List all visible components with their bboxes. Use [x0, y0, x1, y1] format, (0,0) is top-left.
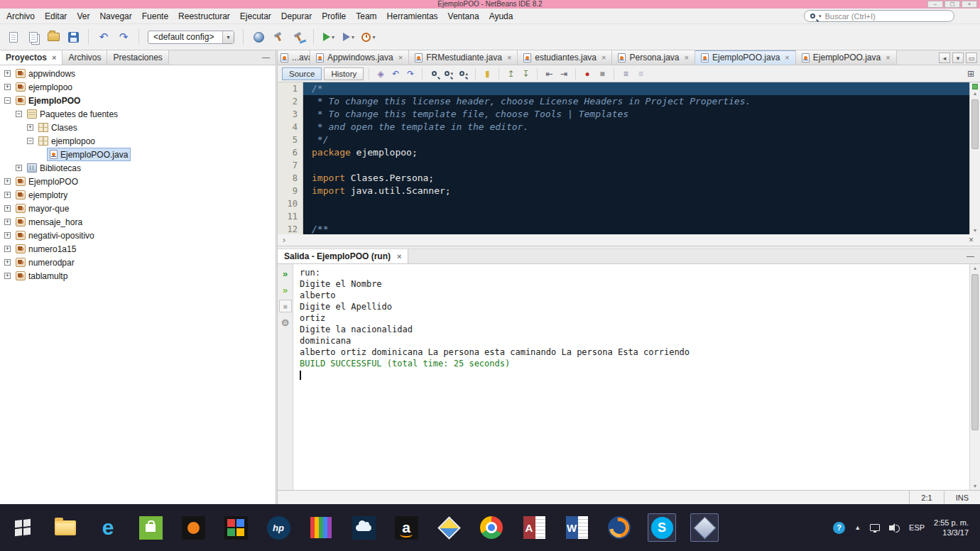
code-line[interactable]: 10 [278, 197, 969, 210]
close-breadcrumb-icon[interactable]: × [969, 235, 974, 245]
media-library-icon[interactable] [307, 513, 335, 542]
code-line[interactable]: 2 * To change this license header, choos… [278, 95, 969, 108]
expand-icon[interactable]: + [4, 70, 11, 77]
tab-list-icon[interactable]: ▾ [952, 53, 964, 63]
word-icon[interactable]: W [562, 513, 591, 542]
expand-icon[interactable]: + [4, 219, 11, 225]
expand-icon[interactable]: + [4, 205, 11, 212]
view-button-history[interactable]: History [324, 67, 364, 80]
find-previous-icon[interactable]: ▴ [457, 67, 470, 80]
firefox-icon[interactable] [605, 513, 633, 542]
ant-settings-icon[interactable]: ⚙ [279, 316, 292, 329]
tab-scroll-left-icon[interactable]: ◂ [939, 53, 950, 63]
photos-app-icon[interactable] [222, 513, 250, 542]
tree-item-ejemplopoo[interactable]: −EjemploPOO [0, 94, 276, 107]
close-tab-icon[interactable]: × [397, 252, 401, 261]
run-project-button[interactable]: ▾ [320, 28, 338, 45]
code-line[interactable]: 4 * and open the template in the editor. [278, 121, 969, 133]
menu-archivo[interactable]: Archivo [1, 9, 40, 23]
help-icon[interactable]: ? [833, 522, 845, 534]
tree-item-ejemplopoo[interactable]: +ejemplopoo [0, 80, 276, 94]
expand-icon[interactable]: + [4, 246, 11, 252]
close-tab-icon[interactable]: × [685, 53, 689, 62]
find-selection-icon[interactable] [428, 67, 440, 80]
show-hidden-icons[interactable]: ▲ [854, 524, 861, 531]
next-occurrence-icon[interactable]: ↧ [519, 67, 532, 80]
menu-editar[interactable]: Editar [40, 9, 72, 23]
panel-tab-proyectos[interactable]: Proyectos× [0, 50, 62, 65]
output-tab[interactable]: Salida - EjemploPOO (run) × [278, 249, 408, 263]
editor-scrollbar[interactable]: ▲ ▼ [969, 82, 980, 234]
maximize-editor-icon[interactable]: ▭ [966, 53, 977, 63]
chevron-right-icon[interactable]: › [283, 235, 285, 245]
menu-navegar[interactable]: Navegar [94, 9, 136, 23]
code-area[interactable]: 1/*2 * To change this license header, ch… [278, 82, 969, 234]
expand-icon[interactable]: + [4, 273, 11, 279]
language-indicator[interactable]: ESP [909, 523, 925, 532]
access-icon[interactable]: A [520, 513, 548, 542]
open-project-button[interactable] [44, 28, 62, 45]
collapse-icon[interactable]: − [4, 97, 11, 104]
config-select[interactable]: <default config>▾ [148, 31, 234, 44]
scrollbar-thumb[interactable] [971, 274, 979, 430]
collapse-icon[interactable]: − [16, 111, 22, 117]
back-icon[interactable]: ↶ [389, 67, 402, 80]
tree-item-mensaje-hora[interactable]: +mensaje_hora [0, 215, 276, 229]
last-edit-icon[interactable]: ◈ [374, 67, 387, 80]
editor-tab-ava-0[interactable]: ...ava [278, 50, 310, 65]
debug-project-button[interactable]: ▾ [339, 28, 358, 45]
tree-item-mayor-que[interactable]: +mayor-que [0, 202, 276, 215]
network-icon[interactable] [870, 524, 880, 531]
speaker-icon[interactable] [889, 525, 893, 530]
clean-build-button[interactable] [289, 28, 307, 45]
scroll-up-icon[interactable]: ▲ [970, 91, 980, 96]
close-tab-icon[interactable]: × [785, 53, 789, 62]
project-tree[interactable]: +appwindows+ejemplopoo−EjemploPOO−Paquet… [0, 65, 276, 504]
menu-ver[interactable]: Ver [72, 9, 94, 23]
menu-fuente[interactable]: Fuente [137, 9, 173, 23]
panel-tab-archivos[interactable]: Archivos [62, 50, 107, 65]
code-line[interactable]: 1/* [278, 82, 969, 95]
code-line[interactable]: 8import Clases.Persona; [278, 172, 969, 185]
code-line[interactable]: 11 [278, 210, 969, 223]
rerun-params-icon[interactable]: » [279, 283, 292, 296]
code-line[interactable]: 6package ejemplopoo; [278, 146, 969, 159]
tree-item-tablamultp[interactable]: +tablamultp [0, 269, 276, 283]
editor-tab-ejemplopoo-java-5[interactable]: EjemploPOO.java× [695, 50, 796, 65]
amazon-icon[interactable]: a [392, 513, 420, 542]
code-line[interactable]: 12/** [278, 223, 969, 234]
menu-depurar[interactable]: Depurar [276, 9, 317, 23]
tree-item-ejemplopoo[interactable]: −ejemplopoo [0, 134, 276, 148]
menu-profile[interactable]: Profile [317, 9, 351, 23]
menu-ejecutar[interactable]: Ejecutar [235, 9, 276, 23]
minimize-panel-button[interactable]: — [262, 53, 270, 61]
expand-icon[interactable]: + [27, 124, 33, 131]
editor-tab-frmestudiante-java-2[interactable]: FRMestudiante.java× [409, 50, 518, 65]
memory-button[interactable] [249, 28, 268, 45]
close-tab-icon[interactable]: × [886, 53, 890, 62]
new-file-button[interactable] [4, 28, 23, 45]
code-line[interactable]: 5 */ [278, 133, 969, 146]
editor-tab-appwindows-java-1[interactable]: Appwindows.java× [310, 50, 409, 65]
scroll-down-icon[interactable]: ▼ [970, 228, 980, 233]
tree-item-ejemplopoo[interactable]: +EjemploPOO [0, 175, 276, 188]
previous-occurrence-icon[interactable]: ↥ [504, 67, 517, 80]
quick-search-box[interactable]: ▾ Buscar (Ctrl+I) [804, 10, 954, 22]
onedrive-icon[interactable] [349, 513, 378, 542]
tree-item-bibliotecas[interactable]: +Bibliotecas [0, 161, 276, 175]
forward-icon[interactable]: ↷ [404, 67, 417, 80]
close-tab-icon[interactable]: × [601, 53, 606, 62]
code-line[interactable]: 7 [278, 159, 969, 172]
code-line[interactable]: 9import java.util.Scanner; [278, 185, 969, 197]
tree-item-ejemplopoo-java[interactable]: EjemploPOO.java [0, 148, 276, 161]
minimize-button[interactable]: – [927, 1, 943, 8]
start-button[interactable] [9, 513, 37, 542]
find-next-icon[interactable]: ▾ [442, 67, 455, 80]
editor-tab-ejemplopoo-java-6[interactable]: EjemploPOO.java× [796, 50, 897, 65]
new-project-button[interactable] [24, 28, 43, 45]
toggle-highlight-icon[interactable]: ▮ [481, 67, 494, 80]
save-all-button[interactable] [64, 28, 82, 45]
media-app-icon[interactable] [179, 513, 207, 542]
close-tab-icon[interactable]: × [52, 53, 56, 62]
tree-item-numero1a15[interactable]: +numero1a15 [0, 242, 276, 256]
